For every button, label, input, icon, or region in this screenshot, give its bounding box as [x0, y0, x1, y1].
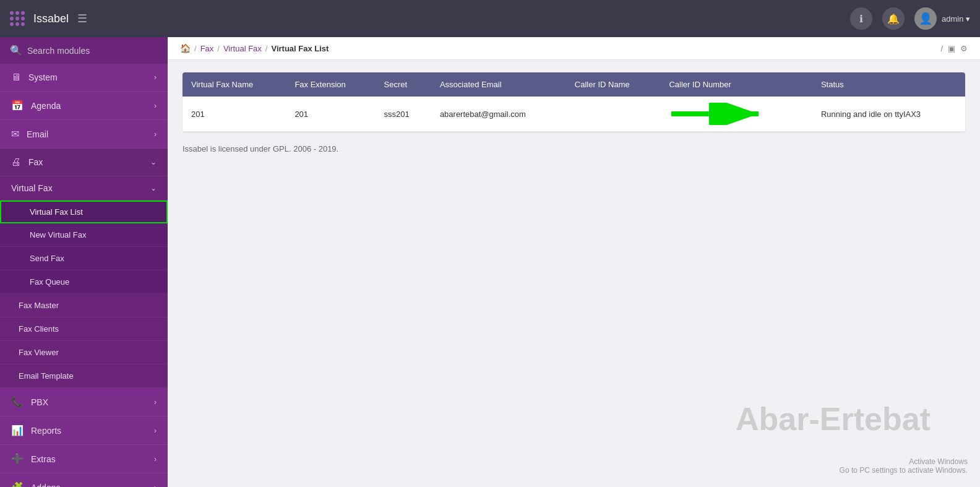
chevron-down-icon: ⌄	[150, 158, 157, 166]
search-icon: 🔍	[10, 45, 22, 56]
cell-caller-id-name	[566, 97, 661, 132]
breadcrumb-current: Virtual Fax List	[271, 44, 329, 53]
cell-status: Running and idle on ttyIAX3	[812, 97, 965, 132]
sidebar-label-system: System	[28, 72, 58, 82]
breadcrumb-sep-2: /	[217, 44, 220, 53]
header-right: ℹ 🔔 👤 admin ▾	[850, 7, 970, 30]
sidebar-item-new-virtual-fax[interactable]: New Virtual Fax	[0, 223, 168, 247]
bell-button[interactable]: 🔔	[882, 7, 905, 30]
breadcrumb-fax[interactable]: Fax	[200, 44, 214, 53]
win-activate-line2: Go to PC settings to activate Windows.	[840, 466, 968, 475]
virtual-fax-label: Virtual Fax	[11, 183, 53, 193]
table-header-row: Virtual Fax Name Fax Extension Secret As…	[183, 72, 965, 97]
sidebar-label-agenda: Agenda	[31, 101, 61, 111]
sidebar-label-addons: Addons	[31, 483, 60, 488]
system-icon: 🖥	[11, 72, 21, 83]
search-box: 🔍	[0, 37, 168, 64]
breadcrumb-virtual-fax[interactable]: Virtual Fax	[223, 44, 262, 53]
breadcrumb-right: / ▣ ⚙	[940, 44, 968, 53]
cell-extension: 201	[286, 97, 375, 132]
sidebar-label-extras: Extras	[31, 454, 56, 464]
win-activate-line1: Activate Windows	[840, 457, 968, 466]
cell-name: 201	[183, 97, 286, 132]
cell-email: abarertebat@gmail.com	[431, 97, 566, 132]
header-left: Issabel ☰	[10, 11, 87, 26]
col-caller-id-name: Caller ID Name	[566, 72, 661, 97]
sidebar-item-agenda[interactable]: 📅 Agenda ›	[0, 92, 168, 120]
virtual-fax-header[interactable]: Virtual Fax ⌄	[0, 176, 168, 200]
breadcrumb-sep-3: /	[265, 44, 268, 53]
search-input[interactable]	[27, 46, 158, 56]
chevron-icon: ›	[154, 455, 157, 463]
pbx-icon: 📞	[11, 396, 24, 408]
table-row[interactable]: 201 201 sss201 abarertebat@gmail.com	[183, 97, 965, 132]
info-icon: ℹ	[859, 13, 863, 25]
chevron-icon: ›	[154, 483, 157, 488]
fax-submenu: Virtual Fax ⌄ Virtual Fax List New Virtu…	[0, 176, 168, 388]
sidebar-label-fax: Fax	[28, 157, 43, 167]
sidebar-item-pbx[interactable]: 📞 PBX ›	[0, 388, 168, 416]
windows-activate: Activate Windows Go to PC settings to ac…	[840, 457, 968, 475]
sidebar-item-fax-master[interactable]: Fax Master	[0, 294, 168, 317]
virtual-fax-table: Virtual Fax Name Fax Extension Secret As…	[183, 72, 965, 132]
green-arrow-svg	[669, 103, 768, 125]
sidebar-label-email: Email	[27, 129, 48, 139]
main-content: Virtual Fax Name Fax Extension Secret As…	[168, 60, 980, 487]
breadcrumb-sep-1: /	[194, 44, 197, 53]
arrow-container	[669, 103, 803, 125]
sidebar-item-fax-viewer[interactable]: Fax Viewer	[0, 341, 168, 364]
fax-viewer-label: Fax Viewer	[19, 348, 59, 357]
agenda-icon: 📅	[11, 100, 24, 111]
chevron-icon: ›	[154, 101, 157, 110]
sidebar-item-virtual-fax-list[interactable]: Virtual Fax List	[0, 200, 168, 223]
sidebar-item-extras[interactable]: ➕ Extras ›	[0, 445, 168, 473]
sidebar-item-send-fax[interactable]: Send Fax	[0, 247, 168, 270]
col-secret: Secret	[376, 72, 431, 97]
sidebar-item-email-template[interactable]: Email Template	[0, 364, 168, 388]
chevron-icon: ›	[154, 398, 157, 407]
breadcrumb: 🏠 / Fax / Virtual Fax / Virtual Fax List…	[168, 37, 980, 60]
top-header: Issabel ☰ ℹ 🔔 👤 admin ▾	[0, 0, 980, 37]
sidebar-item-fax-queue[interactable]: Fax Queue	[0, 270, 168, 294]
sidebar: 🔍 🖥 System › 📅 Agenda › ✉ Email ›	[0, 37, 168, 487]
sidebar-item-reports[interactable]: 📊 Reports ›	[0, 416, 168, 445]
addons-icon: 🧩	[11, 481, 24, 487]
cell-secret: sss201	[376, 97, 431, 132]
col-virtual-fax-name: Virtual Fax Name	[183, 72, 286, 97]
breadcrumb-sep-right: /	[940, 44, 943, 53]
sidebar-item-system[interactable]: 🖥 System ›	[0, 64, 168, 92]
home-icon[interactable]: 🏠	[180, 43, 191, 53]
virtual-fax-list-label: Virtual Fax List	[30, 207, 83, 217]
watermark: Abar-Ertebat	[736, 400, 931, 437]
sidebar-item-fax[interactable]: 🖨 Fax ⌄	[0, 149, 168, 176]
page-icon: ▣	[948, 44, 955, 53]
settings-icon: ⚙	[960, 44, 968, 53]
chevron-icon: ›	[154, 73, 157, 82]
user-area[interactable]: 👤 admin ▾	[914, 7, 970, 30]
hamburger-icon[interactable]: ☰	[77, 12, 87, 25]
reports-icon: 📊	[11, 425, 24, 436]
chevron-down-icon: ⌄	[150, 184, 157, 192]
fax-master-label: Fax Master	[19, 301, 59, 310]
email-template-label: Email Template	[19, 371, 74, 381]
main-layout: 🔍 🖥 System › 📅 Agenda › ✉ Email ›	[0, 37, 980, 487]
col-caller-id-number: Caller ID Number	[660, 72, 812, 97]
avatar-icon: 👤	[919, 12, 932, 25]
sidebar-item-fax-clients[interactable]: Fax Clients	[0, 317, 168, 341]
bell-icon: 🔔	[887, 13, 900, 25]
sidebar-label-pbx: PBX	[31, 397, 48, 407]
fax-icon: 🖨	[11, 157, 21, 168]
col-status: Status	[812, 72, 965, 97]
cell-caller-id-number	[660, 97, 812, 132]
chevron-icon: ›	[154, 426, 157, 435]
extras-icon: ➕	[11, 453, 24, 465]
sidebar-label-reports: Reports	[31, 426, 61, 436]
info-button[interactable]: ℹ	[850, 7, 872, 30]
col-fax-extension: Fax Extension	[286, 72, 375, 97]
fax-queue-label: Fax Queue	[30, 277, 69, 287]
user-name: admin ▾	[942, 14, 970, 24]
sidebar-item-addons[interactable]: 🧩 Addons ›	[0, 473, 168, 487]
sidebar-item-email[interactable]: ✉ Email ›	[0, 120, 168, 149]
fax-clients-label: Fax Clients	[19, 324, 59, 334]
avatar: 👤	[914, 7, 937, 30]
